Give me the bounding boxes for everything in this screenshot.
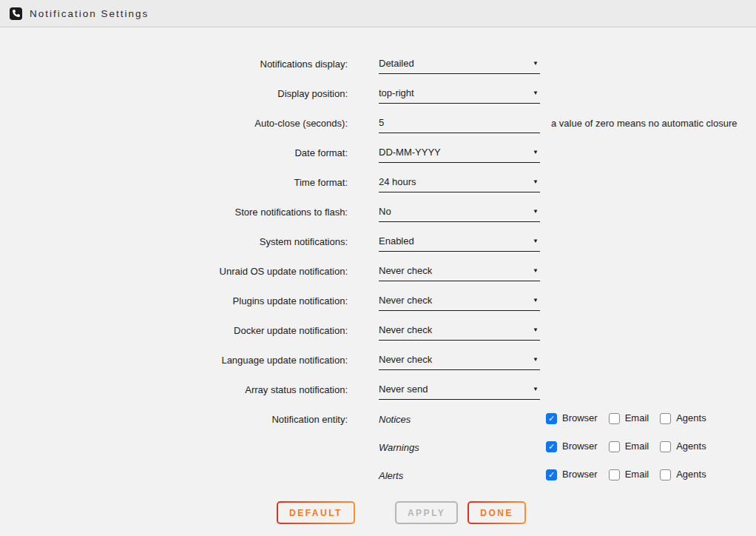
checkbox-box[interactable] [546, 441, 557, 452]
checkbox-warnings-agents[interactable]: Agents [660, 440, 706, 452]
chevron-down-icon: ▼ [533, 324, 539, 336]
field-label: Unraid OS update notification: [0, 265, 348, 278]
field-label: System notifications: [0, 235, 348, 248]
checkbox-label: Browser [562, 412, 598, 424]
form-row: Array status notification: Never send ▼ [0, 383, 756, 413]
selected-value: 24 hours [379, 176, 416, 188]
form-row: Store notifications to flash: No ▼ [0, 206, 756, 235]
field-label: Display position: [0, 87, 348, 100]
form-row: Time format: 24 hours ▼ [0, 176, 756, 206]
checkbox-alerts-email[interactable]: Email [609, 469, 649, 480]
default-button[interactable]: DEFAULT [277, 501, 355, 524]
store-notifications-select[interactable]: No ▼ [379, 206, 540, 222]
entity-row-notices: Notification entity: Notices Browser Ema… [0, 413, 756, 441]
selected-value: Enabled [379, 235, 414, 247]
checkbox-box[interactable] [546, 413, 557, 424]
chevron-down-icon: ▼ [533, 295, 539, 306]
form-row: Date format: DD-MM-YYYY ▼ [0, 147, 756, 176]
chevron-down-icon: ▼ [533, 235, 539, 247]
plugins-update-select[interactable]: Never check ▼ [379, 295, 540, 311]
form-row: Docker update notification: Never check … [0, 324, 756, 354]
form-row: Plugins update notification: Never check… [0, 295, 756, 324]
language-update-select[interactable]: Never check ▼ [379, 354, 540, 370]
form-row: Display position: top-right ▼ [0, 87, 756, 117]
checkbox-label: Email [625, 440, 649, 452]
done-button[interactable]: DONE [468, 501, 526, 524]
form-row: Notifications display: Detailed ▼ [0, 58, 756, 87]
field-label: Plugins update notification: [0, 295, 348, 307]
phone-icon-glyph [13, 10, 20, 17]
field-label: Time format: [0, 176, 348, 189]
entity-name-notices: Notices [379, 413, 546, 426]
apply-button[interactable]: APPLY [395, 501, 458, 524]
display-position-select[interactable]: top-right ▼ [379, 87, 540, 104]
checkbox-notices-email[interactable]: Email [609, 412, 649, 424]
checkbox-warnings-browser[interactable]: Browser [546, 440, 598, 452]
checkbox-box[interactable] [546, 469, 557, 480]
field-label [0, 469, 348, 470]
checkbox-box[interactable] [660, 469, 671, 480]
button-row: DEFAULT APPLY DONE [277, 501, 756, 524]
checkbox-notices-browser[interactable]: Browser [546, 412, 598, 424]
date-format-select[interactable]: DD-MM-YYYY ▼ [379, 147, 540, 163]
field-label: Notifications display: [0, 58, 348, 70]
unraid-os-update-select[interactable]: Never check ▼ [379, 265, 540, 281]
default-button-label: DEFAULT [278, 503, 354, 523]
system-notifications-select[interactable]: Enabled ▼ [379, 235, 540, 252]
checkbox-label: Browser [562, 440, 598, 452]
chevron-down-icon: ▼ [533, 265, 539, 277]
chevron-down-icon: ▼ [533, 87, 539, 99]
chevron-down-icon: ▼ [533, 206, 539, 218]
chevron-down-icon: ▼ [533, 147, 539, 158]
entity-name-warnings: Warnings [379, 441, 546, 454]
field-label: Notification entity: [0, 413, 348, 426]
auto-close-input[interactable] [379, 117, 540, 129]
checkbox-label: Browser [562, 469, 598, 480]
notification-settings-form: Notifications display: Detailed ▼ Displa… [0, 27, 756, 524]
checkbox-box[interactable] [660, 413, 671, 424]
entity-row-warnings: Warnings Browser Email Agents [0, 441, 756, 469]
checkbox-label: Agents [676, 440, 706, 452]
checkbox-box[interactable] [609, 413, 620, 424]
checkbox-warnings-email[interactable]: Email [609, 440, 649, 452]
checkbox-label: Agents [676, 412, 706, 424]
array-status-select[interactable]: Never send ▼ [379, 383, 540, 400]
field-label: Array status notification: [0, 383, 348, 396]
checkbox-alerts-browser[interactable]: Browser [546, 469, 598, 480]
field-label: Docker update notification: [0, 324, 348, 337]
checkbox-notices-agents[interactable]: Agents [660, 412, 706, 424]
selected-value: Never check [379, 295, 432, 306]
time-format-select[interactable]: 24 hours ▼ [379, 176, 540, 192]
chevron-down-icon: ▼ [533, 383, 539, 395]
field-note: a value of zero means no automatic closu… [551, 117, 737, 130]
form-row: Language update notification: Never chec… [0, 354, 756, 383]
field-label: Date format: [0, 147, 348, 159]
field-label: Store notifications to flash: [0, 206, 348, 218]
entity-name-alerts: Alerts [379, 469, 546, 482]
checkbox-group-alerts: Browser Email Agents [546, 469, 706, 480]
selected-value: Detailed [379, 58, 414, 70]
field-label: Language update notification: [0, 354, 348, 366]
checkbox-label: Agents [676, 469, 706, 480]
page-title: Notification Settings [30, 8, 149, 19]
checkbox-box[interactable] [609, 469, 620, 480]
checkbox-group-notices: Browser Email Agents [546, 412, 706, 424]
notifications-display-select[interactable]: Detailed ▼ [379, 58, 540, 74]
selected-value: Never check [379, 354, 432, 366]
checkbox-label: Email [625, 469, 649, 480]
checkbox-box[interactable] [609, 441, 620, 452]
chevron-down-icon: ▼ [533, 354, 539, 366]
done-button-label: DONE [469, 503, 524, 523]
checkbox-alerts-agents[interactable]: Agents [660, 469, 706, 480]
checkbox-label: Email [625, 412, 649, 424]
field-label [0, 441, 348, 442]
field-label: Auto-close (seconds): [0, 117, 348, 130]
checkbox-box[interactable] [660, 441, 671, 452]
chevron-down-icon: ▼ [533, 176, 539, 188]
selected-value: Never send [379, 383, 428, 395]
selected-value: top-right [379, 87, 414, 99]
selected-value: Never check [379, 324, 432, 336]
docker-update-select[interactable]: Never check ▼ [379, 324, 540, 341]
selected-value: Never check [379, 265, 432, 277]
form-row: Unraid OS update notification: Never che… [0, 265, 756, 295]
